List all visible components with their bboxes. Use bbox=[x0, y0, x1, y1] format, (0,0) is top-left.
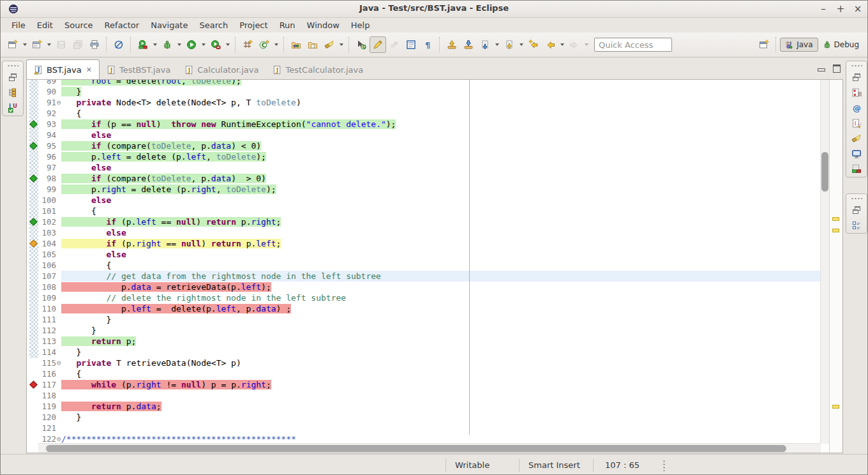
maximize-editor-icon[interactable] bbox=[833, 64, 841, 73]
link-with-editor-button[interactable] bbox=[386, 36, 403, 53]
mark-occurrences-button[interactable] bbox=[370, 36, 386, 53]
problems-view-button[interactable]: R bbox=[849, 85, 864, 100]
next-annotation-button[interactable] bbox=[477, 36, 493, 53]
skip-all-breakpoints-button[interactable] bbox=[110, 36, 127, 53]
run-external-menu-dropdown[interactable] bbox=[224, 36, 232, 53]
search-view-button[interactable] bbox=[849, 131, 864, 146]
javadoc-view-button[interactable]: @ bbox=[849, 100, 864, 116]
open-perspective-button[interactable] bbox=[756, 36, 772, 53]
code-line-94[interactable]: 94 else bbox=[27, 130, 821, 140]
menu-help[interactable]: Help bbox=[345, 19, 376, 31]
status-drag-handle[interactable] bbox=[663, 460, 665, 471]
forward-menu-dropdown[interactable] bbox=[583, 36, 590, 53]
show-selected-element-button[interactable] bbox=[403, 36, 419, 53]
tab-close-icon[interactable]: ✕ bbox=[86, 66, 92, 74]
debug-menu-dropdown[interactable] bbox=[176, 36, 183, 53]
back-menu-dropdown[interactable] bbox=[558, 36, 566, 53]
save-all-button[interactable] bbox=[70, 36, 86, 53]
search-button[interactable] bbox=[321, 36, 338, 53]
debug-button[interactable] bbox=[159, 36, 176, 53]
fold-collapse-icon[interactable]: ⊖ bbox=[57, 434, 61, 444]
new-java-button[interactable] bbox=[29, 36, 45, 53]
code-line-102[interactable]: 102 if (p.left == null) return p.right; bbox=[27, 216, 821, 227]
code-line-122[interactable]: 122⊖/***********************************… bbox=[27, 434, 821, 444]
previous-annotation-button[interactable] bbox=[501, 36, 518, 53]
fold-collapse-icon[interactable]: ⊖ bbox=[57, 97, 61, 108]
code-line-118[interactable]: 118 bbox=[27, 390, 821, 401]
forward-button[interactable] bbox=[566, 36, 583, 53]
menu-run[interactable]: Run bbox=[274, 19, 301, 31]
code-line-114[interactable]: 114 } bbox=[27, 347, 821, 358]
next-member-button[interactable] bbox=[460, 36, 477, 53]
code-line-95[interactable]: 95 if (compare(toDelete, p.data) < 0) bbox=[27, 140, 821, 151]
overview-ruler[interactable] bbox=[829, 80, 842, 453]
new-java-class-button[interactable]: C bbox=[256, 36, 273, 53]
code-line-91[interactable]: 91⊖ private Node<T> delete(Node<T> p, T … bbox=[27, 97, 821, 108]
new-menu-dropdown[interactable] bbox=[21, 36, 29, 53]
restore-view-button[interactable] bbox=[6, 70, 20, 85]
overview-warning-marker[interactable] bbox=[832, 229, 839, 232]
tab-bst-java[interactable]: JBST.java✕ bbox=[26, 59, 100, 79]
new-java-menu-dropdown[interactable] bbox=[45, 36, 53, 53]
code-line-97[interactable]: 97 else bbox=[27, 162, 821, 173]
menu-navigate[interactable]: Navigate bbox=[145, 19, 193, 31]
code-line-117[interactable]: 117 while (p.right != null) p = p.right; bbox=[27, 379, 821, 390]
previous-member-button[interactable] bbox=[444, 36, 460, 53]
code-line-98[interactable]: 98 if (compare(toDelete, p.data) > 0) bbox=[27, 173, 821, 184]
console-view-button[interactable] bbox=[849, 146, 864, 162]
perspective-java-button[interactable]: JJava bbox=[780, 38, 818, 52]
open-type-button[interactable] bbox=[288, 36, 304, 53]
code-line-107[interactable]: 107 // get data from the rightmost node … bbox=[27, 271, 821, 282]
minimize-window-button[interactable]: – bbox=[816, 2, 830, 16]
code-line-90[interactable]: 90 } bbox=[27, 86, 821, 97]
code-line-100[interactable]: 100 else bbox=[27, 195, 821, 206]
print-button[interactable] bbox=[86, 36, 103, 53]
code-line-120[interactable]: 120 } bbox=[27, 412, 821, 423]
menu-edit[interactable]: Edit bbox=[31, 19, 59, 31]
tab-testcalculator-java[interactable]: JTestCalculator.java bbox=[266, 60, 370, 79]
code-line-119[interactable]: 119 return p.data; bbox=[27, 401, 821, 412]
previous-annotation-menu-dropdown[interactable] bbox=[518, 36, 525, 53]
toggle-breadcrumb-button[interactable]: G bbox=[353, 36, 370, 53]
code-line-103[interactable]: 103 else bbox=[27, 227, 821, 238]
outline-view-button[interactable] bbox=[849, 218, 864, 233]
code-line-105[interactable]: 105 else bbox=[27, 249, 821, 260]
code-line-115[interactable]: 115⊖ private T retrieveData(Node<T> p) bbox=[27, 358, 821, 368]
horizontal-scrollbar-thumb[interactable] bbox=[46, 445, 786, 452]
next-annotation-menu-dropdown[interactable] bbox=[493, 36, 501, 53]
code-line-111[interactable]: 111 } bbox=[27, 314, 821, 325]
restore-view-button[interactable] bbox=[849, 70, 864, 85]
vertical-scrollbar[interactable] bbox=[820, 80, 830, 444]
drag-handle-icon[interactable] bbox=[851, 197, 862, 200]
maximize-window-button[interactable]: + bbox=[834, 2, 848, 16]
tab-calculator-java[interactable]: JCalculator.java bbox=[177, 60, 266, 79]
code-line-101[interactable]: 101 { bbox=[27, 206, 821, 216]
code-line-116[interactable]: 116 { bbox=[27, 368, 821, 379]
horizontal-scrollbar[interactable] bbox=[38, 443, 821, 453]
close-window-button[interactable]: × bbox=[851, 2, 865, 16]
coverage-button[interactable] bbox=[135, 36, 151, 53]
overview-warning-marker[interactable] bbox=[832, 405, 839, 409]
back-button[interactable] bbox=[542, 36, 558, 53]
new-button[interactable] bbox=[4, 36, 21, 53]
code-line-110[interactable]: 110 p.left = delete(p.left, p.data) ; bbox=[27, 303, 821, 314]
search-menu-dropdown[interactable] bbox=[338, 36, 345, 53]
code-line-113[interactable]: 113 return p; bbox=[27, 336, 821, 347]
package-explorer-button[interactable] bbox=[6, 85, 20, 100]
drag-handle-icon[interactable] bbox=[7, 64, 19, 67]
new-java-project-button[interactable] bbox=[239, 36, 256, 53]
minimize-editor-icon[interactable] bbox=[818, 68, 825, 72]
tab-testbst-java[interactable]: JTestBST.java bbox=[100, 60, 177, 79]
junit-view-button[interactable]: JU bbox=[6, 100, 20, 116]
code-line-99[interactable]: 99 p.right = delete (p.right, toDelete); bbox=[27, 184, 821, 195]
menu-source[interactable]: Source bbox=[59, 19, 99, 31]
code-line-93[interactable]: 93 if (p == null) throw new RuntimeExcep… bbox=[27, 119, 821, 130]
last-edit-location-button[interactable] bbox=[525, 36, 542, 53]
code-line-121[interactable]: 121 bbox=[27, 423, 821, 434]
overview-warning-marker[interactable] bbox=[832, 217, 839, 221]
code-line-112[interactable]: 112 } bbox=[27, 325, 821, 336]
new-java-class-menu-dropdown[interactable] bbox=[273, 36, 280, 53]
show-whitespace-button[interactable]: ¶ bbox=[419, 36, 436, 53]
restore-view-button[interactable] bbox=[849, 202, 864, 218]
code-line-109[interactable]: 109 // delete the rightmost node in the … bbox=[27, 292, 821, 303]
